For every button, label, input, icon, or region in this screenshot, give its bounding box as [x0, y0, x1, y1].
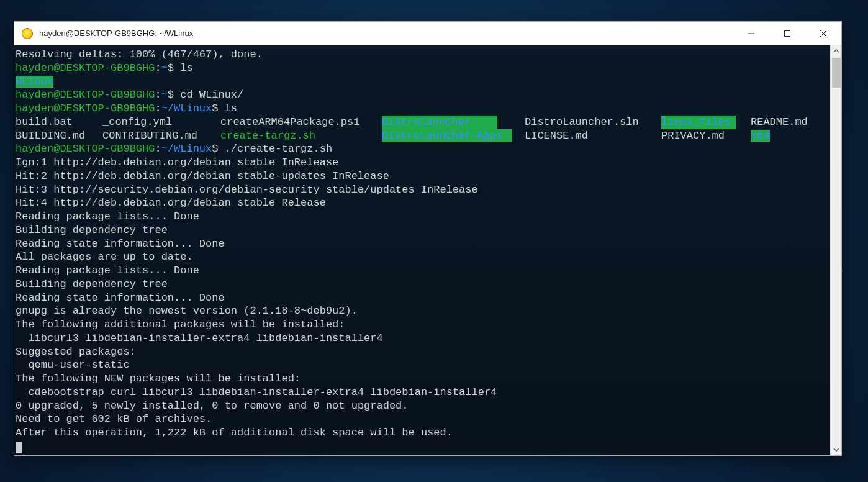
output-line: Hit:4 http://deb.debian.org/debian stabl… [16, 197, 326, 209]
output-line: The following NEW packages will be insta… [16, 373, 301, 384]
ls-entry-dir: x64 [751, 130, 770, 142]
output-line: After this operation, 1,222 kB of additi… [16, 427, 453, 439]
ls-entry: README.md [751, 116, 808, 128]
minimize-button[interactable] [733, 22, 769, 45]
prompt-path: ~ [161, 62, 168, 74]
output-line: Suggested packages: [16, 346, 136, 358]
output-line: Resolving deltas: 100% (467/467), done. [16, 48, 263, 60]
svg-rect-1 [785, 30, 790, 36]
output-line: cdebootstrap curl libcurl3 libdebian-ins… [16, 386, 497, 398]
prompt-sep: : [155, 89, 161, 101]
terminal-window: hayden@DESKTOP-GB9BGHG: ~/WLinux Resolvi… [14, 21, 842, 456]
output-line: Hit:2 http://deb.debian.org/debian stabl… [16, 170, 389, 182]
scrollbar-thumb[interactable] [832, 58, 841, 88]
chevron-up-icon [833, 48, 839, 54]
output-line: libcurl3 libdebian-installer-extra4 libd… [16, 332, 383, 344]
ls-entry-dir: DistroLauncher-Appx [382, 129, 512, 143]
window-controls [733, 22, 841, 45]
output-line: Need to get 602 kB of archives. [16, 413, 212, 425]
ls-entry: _config.yml [102, 116, 220, 129]
ls-entry-dir: DistroLauncher [382, 116, 497, 129]
close-button[interactable] [805, 22, 841, 45]
output-line: Hit:3 http://security.debian.org/debian-… [16, 184, 478, 196]
titlebar[interactable]: hayden@DESKTOP-GB9BGHG: ~/WLinux [14, 22, 841, 45]
prompt-userhost: hayden@DESKTOP-GB9BGHG [16, 102, 155, 114]
app-icon [22, 28, 33, 39]
prompt-userhost: hayden@DESKTOP-GB9BGHG [16, 143, 155, 155]
prompt-dollar: $ [212, 143, 218, 155]
command-text: ls [225, 102, 237, 114]
prompt-sep: : [155, 143, 161, 155]
ls-entry: PRIVACY.md [661, 129, 751, 143]
ls-entry-dir: linux_files [661, 116, 736, 129]
scroll-up-button[interactable] [831, 45, 841, 57]
output-line: Reading state information... Done [16, 292, 225, 304]
chevron-down-icon [833, 447, 839, 453]
ls-entry: build.bat [16, 116, 102, 129]
prompt-userhost: hayden@DESKTOP-GB9BGHG [16, 89, 155, 101]
output-line: Reading package lists... Done [16, 211, 199, 222]
command-text: cd WLinux/ [180, 89, 243, 101]
output-line: qemu-user-static [16, 359, 130, 371]
output-line: The following additional packages will b… [16, 319, 345, 330]
ls-entry: DistroLauncher.sln [525, 116, 661, 129]
prompt-dollar: $ [212, 102, 218, 114]
prompt-dollar: $ [168, 62, 174, 74]
ls-entry-exec: create-targz.sh [220, 129, 382, 143]
ls-entry: createARM64Package.ps1 [220, 116, 382, 129]
output-line: 0 upgraded, 5 newly installed, 0 to remo… [16, 400, 409, 412]
ls-entry-dir: WLinux [16, 76, 53, 88]
ls-entry: CONTRIBUTING.md [102, 129, 220, 143]
output-line: Building dependency tree [16, 224, 168, 236]
scroll-down-button[interactable] [831, 444, 841, 455]
output-line: Reading package lists... Done [16, 265, 199, 276]
prompt-sep: : [155, 102, 161, 114]
prompt-userhost: hayden@DESKTOP-GB9BGHG [16, 62, 155, 74]
output-line: Building dependency tree [16, 278, 168, 290]
prompt-dollar: $ [168, 89, 174, 101]
ls-entry: BUILDING.md [16, 129, 102, 143]
window-title: hayden@DESKTOP-GB9BGHG: ~/WLinux [39, 29, 733, 38]
terminal-client-area: Resolving deltas: 100% (467/467), done.h… [14, 45, 841, 455]
command-text: ls [180, 62, 192, 74]
output-line: Reading state information... Done [16, 238, 225, 250]
ls-entry: LICENSE.md [525, 129, 661, 143]
terminal-cursor [16, 442, 22, 453]
output-line: Ign:1 http://deb.debian.org/debian stabl… [16, 157, 338, 168]
maximize-button[interactable] [769, 22, 805, 45]
command-text: ./create-targz.sh [225, 143, 332, 155]
output-line: All packages are up to date. [16, 251, 193, 263]
vertical-scrollbar[interactable] [830, 45, 841, 455]
output-line: gnupg is already the newest version (2.1… [16, 305, 358, 317]
prompt-path: ~ [161, 89, 168, 101]
scrollbar-track[interactable] [831, 57, 841, 444]
prompt-sep: : [155, 62, 161, 74]
prompt-path: ~/WLinux [161, 102, 212, 114]
terminal-output[interactable]: Resolving deltas: 100% (467/467), done.h… [14, 45, 830, 455]
prompt-path: ~/WLinux [161, 143, 212, 155]
